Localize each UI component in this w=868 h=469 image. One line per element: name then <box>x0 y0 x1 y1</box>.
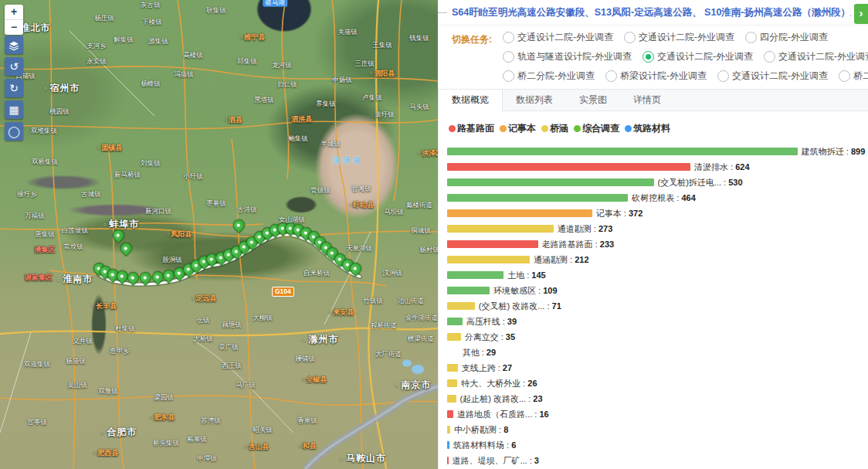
radio-icon[interactable] <box>643 51 654 63</box>
map-label-town: 程桥街道 <box>371 322 397 329</box>
legend-item[interactable]: 筑路材料 <box>625 122 670 135</box>
radio-icon[interactable] <box>605 70 617 82</box>
data-panel: S64盱眙至明光高速公路安徽段、S13凤阳-定远高速公路、 S10淮南-扬州高速… <box>438 0 868 469</box>
locate-button[interactable]: ◯ <box>5 122 23 141</box>
radio-icon[interactable] <box>624 32 636 43</box>
map-label-county: 盱眙县 <box>349 202 375 209</box>
map-label-town: 藕塘镇 <box>222 321 242 328</box>
map-label-town: 邱集镇 <box>237 58 257 65</box>
legend-item[interactable]: 综合调查 <box>574 122 619 135</box>
task-radio-option[interactable]: 桥二分院-外业调查 <box>839 70 868 83</box>
task-radio-option[interactable]: 交通设计二院-外业调查 <box>624 31 734 44</box>
radio-icon[interactable] <box>717 70 729 82</box>
map-label-town: 白莲坡镇 <box>62 227 88 234</box>
legend-dot-icon <box>625 125 632 132</box>
zoom-out-button[interactable]: − <box>5 20 23 35</box>
map-label-town: 双桥集镇 <box>32 158 58 165</box>
map-label-town: 横梁街道 <box>408 335 434 342</box>
map-label-town: 仓镇 <box>197 317 210 324</box>
map-label-town: 古沛镇 <box>237 206 257 213</box>
map-label-county: 泗洪县 <box>287 116 313 123</box>
legend-item[interactable]: 路基路面 <box>449 122 494 135</box>
task-switcher: 切换任务: 交通设计二院-外业调查交通设计二院-外业调查四分院-外业调查轨道与隧… <box>438 25 868 86</box>
map-label-town: 杨庙镇 <box>66 358 86 365</box>
legend-dot-icon <box>449 125 456 132</box>
legend-item[interactable]: 桥涵 <box>541 122 568 135</box>
satellite-map[interactable]: 淮北市宿州市蚌埠市淮南市合肥市滁州市南京市马鞍山市睢宁县泗阳县泗洪县泗县固镇县凤… <box>0 0 438 469</box>
layers-button[interactable] <box>5 36 23 54</box>
map-label-city: 马鞍山市 <box>340 454 386 463</box>
task-radio-label: 轨道与隧道设计院-外业调查 <box>517 50 632 63</box>
map-label-town: 桥头集镇 <box>153 440 179 447</box>
map-label-town: 马厂镇 <box>236 382 256 389</box>
map-label-city: 蚌埠市 <box>103 219 139 229</box>
bar <box>447 302 475 310</box>
map-label-town: 三庄镇 <box>354 60 375 67</box>
bar-label: 特大、大桥外业 : 26 <box>461 378 537 389</box>
rotate-ccw-button[interactable]: ↺ <box>5 57 23 76</box>
task-radio-option[interactable]: 交通设计二院-外业调查 <box>503 31 613 44</box>
tab-详情页[interactable]: 详情页 <box>620 90 674 110</box>
map-label-countyRed: 谢家集区 <box>25 274 53 281</box>
legend-label: 路基路面 <box>457 122 494 135</box>
bar-row: 环境敏感区 : 109 <box>447 283 868 298</box>
map-label-town: 黑塔镇 <box>254 97 274 104</box>
bar <box>447 426 450 433</box>
map-label-town: 高楼镇 <box>183 52 203 59</box>
task-radio-option[interactable]: 四分院-外业调查 <box>745 31 828 44</box>
task-radio-option[interactable]: 桥二分院-外业调查 <box>503 70 595 83</box>
legend-label: 记事本 <box>508 122 536 135</box>
map-label-city: 宿州市 <box>43 83 80 93</box>
map-label-town: 中垾镇 <box>197 455 217 462</box>
map-label-city: 滁州市 <box>302 335 338 344</box>
bar-row: 道路、堤坝、厂矿... : 3 <box>447 453 868 468</box>
bar <box>447 256 530 263</box>
map-label-town: 马坝镇 <box>384 209 404 216</box>
bar <box>447 348 459 356</box>
bar-label: 环境敏感区 : 109 <box>493 285 558 297</box>
legend-label: 筑路材料 <box>633 122 670 135</box>
radio-icon[interactable] <box>503 70 514 82</box>
legend-item[interactable]: 记事本 <box>500 122 536 135</box>
tab-数据概览[interactable]: 数据概览 <box>438 90 503 111</box>
road-number-badge: G104 <box>272 287 294 297</box>
map-label-town: 杜集镇 <box>115 325 135 332</box>
task-radio-option[interactable]: 桥梁设计院-外业调查 <box>605 70 707 83</box>
map-label-town: 卢集镇 <box>362 94 382 101</box>
bar-label: 砍树挖根表 : 464 <box>632 192 696 204</box>
task-radio-option[interactable]: 交通设计二院-外业调查 <box>764 50 868 63</box>
tab-数据列表[interactable]: 数据列表 <box>503 90 566 110</box>
bar-label: 通涵勘测 : 212 <box>534 254 589 266</box>
grid-icon: ▦ <box>8 104 19 116</box>
radio-icon[interactable] <box>839 70 850 82</box>
task-radio-option[interactable]: 轨道与隧道设计院-外业调查 <box>503 50 632 63</box>
map-label-town: 双墩镇 <box>98 388 118 395</box>
zoom-in-button[interactable]: + <box>5 5 23 20</box>
task-radio-label: 四分院-外业调查 <box>760 31 828 44</box>
map-label-county: 凤阳县 <box>167 231 192 238</box>
zoom-control[interactable]: + − <box>5 5 23 35</box>
map-label-town: 马头镇 <box>409 104 429 110</box>
bar-label: 筑路材料料场 : 6 <box>453 440 516 451</box>
tab-实景图[interactable]: 实景图 <box>566 90 620 110</box>
map-label-town: 鲍集镇 <box>288 135 308 142</box>
layers-icon <box>8 40 19 51</box>
radio-icon[interactable] <box>745 32 757 43</box>
task-row: 轨道与隧道设计院-外业调查交通设计二院-外业调查交通设计二院-外业调查 <box>503 50 868 63</box>
bar <box>447 364 458 372</box>
header-divider <box>438 12 447 13</box>
map-label-town: 灰古镇 <box>141 2 161 8</box>
bar-label: (起止桩) 改路改... : 23 <box>460 393 543 405</box>
bar-row: 通涵勘测 : 212 <box>447 252 868 267</box>
map-label-town: 关庙镇 <box>337 29 358 36</box>
radio-icon[interactable] <box>503 32 514 43</box>
next-button[interactable]: › <box>854 4 868 24</box>
bar <box>447 240 538 248</box>
task-radio-option[interactable]: 交通设计二院-外业调查 <box>643 50 753 63</box>
grid-view-button[interactable]: ▦ <box>5 100 23 119</box>
radio-icon[interactable] <box>503 51 514 63</box>
radio-icon[interactable] <box>764 51 775 63</box>
task-radio-label: 交通设计二院-外业调查 <box>732 70 828 83</box>
task-radio-option[interactable]: 交通设计二院-外业调查 <box>717 70 828 83</box>
rotate-cw-button[interactable]: ↻ <box>5 79 23 97</box>
